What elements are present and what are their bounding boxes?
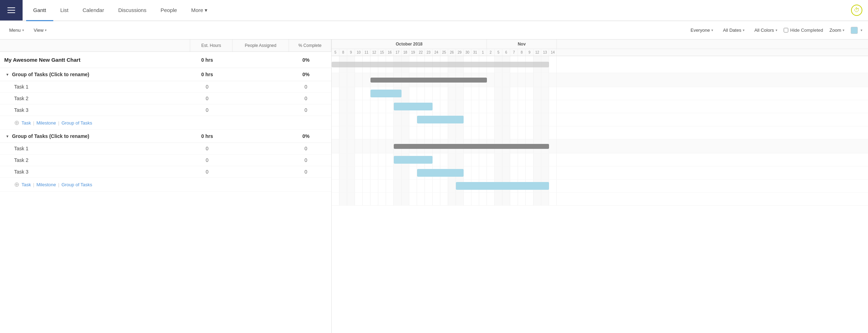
col-est-hours: Est. Hours	[190, 40, 233, 52]
gantt-bar-task-2	[370, 90, 402, 97]
column-headers: Est. Hours People Assigned % Complete	[0, 40, 331, 52]
gantt-bar-task-3	[394, 103, 433, 110]
clock-icon[interactable]: ⏱	[851, 5, 862, 16]
gantt-day-11: 22	[417, 49, 425, 56]
nav-right: ⏱	[851, 0, 868, 20]
task-3-est-hours: 0	[186, 107, 228, 113]
group-2-collapse-icon[interactable]: ▼	[6, 134, 9, 138]
task-2-name[interactable]: Task 2	[14, 96, 186, 101]
gantt-day-0: 5	[332, 49, 339, 56]
gantt-day-9: 18	[402, 49, 409, 56]
everyone-button[interactable]: Everyone ▾	[687, 25, 717, 35]
add-milestone-link-2[interactable]: Milestone	[36, 182, 56, 187]
add-task-link-2[interactable]: Task	[22, 182, 31, 187]
gantt-day-6: 15	[378, 49, 386, 56]
separator-1a: |	[33, 120, 34, 126]
gantt-row-1	[332, 73, 868, 87]
add-group-link-2[interactable]: Group of Tasks	[61, 182, 92, 187]
g2-task-1-pct: 0	[285, 146, 327, 151]
view-label: View	[34, 28, 44, 33]
tab-list[interactable]: List	[53, 0, 76, 21]
hamburger-button[interactable]	[0, 0, 23, 20]
gantt-row-5	[332, 126, 868, 139]
gantt-day-23: 7	[510, 49, 518, 56]
gantt-month-row: October 2018Nov	[332, 40, 868, 49]
group-2-name-container: ▼ Group of Tasks (Click to rename)	[6, 133, 186, 139]
gantt-day-25: 9	[526, 49, 534, 56]
gantt-day-8: 17	[394, 49, 402, 56]
group-1-task-1-row: Task 1 0 0	[0, 81, 331, 93]
all-colors-button[interactable]: All Colors ▾	[751, 25, 781, 35]
gantt-bar-task-8	[417, 169, 464, 177]
view-button[interactable]: View ▾	[30, 25, 50, 35]
add-plus-icon-1[interactable]: ⊕	[14, 119, 19, 127]
gantt-day-27: 13	[541, 49, 549, 56]
gantt-day-18: 31	[471, 49, 479, 56]
colors-chevron-icon: ▾	[776, 28, 777, 32]
task-1-name[interactable]: Task 1	[14, 84, 186, 90]
group-2-est-hours: 0 hrs	[186, 133, 228, 139]
gantt-row-10	[332, 193, 868, 206]
gantt-days-row: 5891011121516171819222324252629303112567…	[332, 49, 868, 56]
gantt-day-24: 8	[518, 49, 526, 56]
col-pct-complete: % Complete	[289, 40, 331, 52]
gantt-panel: October 2018Nov5891011121516171819222324…	[332, 40, 868, 333]
menu-label: Menu	[9, 28, 21, 33]
color-swatch[interactable]	[851, 27, 858, 34]
col-people-assigned: People Assigned	[233, 40, 289, 52]
gantt-day-4: 11	[363, 49, 370, 56]
menu-chevron-icon: ▾	[22, 28, 24, 32]
menu-button[interactable]: Menu ▾	[6, 25, 28, 35]
tab-calendar[interactable]: Calendar	[76, 0, 111, 21]
month-november: Nov	[487, 40, 557, 49]
add-task-link-1[interactable]: Task	[22, 120, 31, 126]
task-3-name[interactable]: Task 3	[14, 107, 186, 113]
group-1-task-3-row: Task 3 0 0	[0, 104, 331, 116]
tab-discussions[interactable]: Discussions	[111, 0, 153, 21]
task-2-est-hours: 0	[186, 96, 228, 101]
tab-gantt[interactable]: Gantt	[26, 0, 53, 21]
task-1-pct: 0	[285, 84, 327, 90]
zoom-button[interactable]: Zoom ▾	[826, 25, 848, 35]
top-nav: Gantt List Calendar Discussions People M…	[0, 0, 868, 21]
gantt-header: October 2018Nov5891011121516171819222324…	[332, 40, 868, 56]
view-chevron-icon: ▾	[45, 28, 47, 32]
separator-1b: |	[58, 120, 59, 126]
g2-task-3-pct: 0	[285, 169, 327, 175]
hide-completed-checkbox[interactable]	[784, 28, 788, 32]
add-group-link-1[interactable]: Group of Tasks	[61, 120, 92, 126]
nav-tabs: Gantt List Calendar Discussions People M…	[23, 0, 851, 20]
g2-task-3-name[interactable]: Task 3	[14, 169, 186, 175]
gantt-day-14: 25	[440, 49, 448, 56]
gantt-day-22: 6	[502, 49, 510, 56]
group-row-1: ▼ Group of Tasks (Click to rename) 0 hrs…	[0, 68, 331, 81]
tab-people[interactable]: People	[153, 0, 184, 21]
gantt-row-4	[332, 113, 868, 126]
add-plus-icon-2[interactable]: ⊕	[14, 181, 19, 188]
group-1-collapse-icon[interactable]: ▼	[6, 73, 9, 77]
dates-chevron-icon: ▾	[743, 28, 745, 32]
project-row: My Awesome New Gantt Chart 0 hrs 0%	[0, 52, 331, 68]
group-2-name: Group of Tasks (Click to rename)	[12, 133, 89, 139]
g2-task-2-name[interactable]: Task 2	[14, 157, 186, 163]
all-dates-button[interactable]: All Dates ▾	[719, 25, 748, 35]
group-1-pct-complete: 0%	[285, 72, 327, 77]
group-2-task-2-row: Task 2 0 0	[0, 155, 331, 166]
gantt-row-2	[332, 87, 868, 100]
tab-more[interactable]: More ▾	[184, 0, 215, 21]
separator-2b: |	[58, 182, 59, 187]
zoom-label: Zoom	[830, 28, 841, 33]
g2-task-2-pct: 0	[285, 157, 327, 163]
left-panel: Est. Hours People Assigned % Complete My…	[0, 40, 332, 333]
separator-2a: |	[33, 182, 34, 187]
zoom-chevron-icon: ▾	[843, 28, 844, 32]
hide-completed-toggle[interactable]: Hide Completed	[784, 28, 823, 33]
group-1-task-2-row: Task 2 0 0	[0, 93, 331, 104]
gantt-row-7	[332, 153, 868, 166]
gantt-day-26: 12	[534, 49, 541, 56]
add-milestone-link-1[interactable]: Milestone	[36, 120, 56, 126]
everyone-chevron-icon: ▾	[711, 28, 713, 32]
g2-task-1-name[interactable]: Task 1	[14, 146, 186, 151]
hamburger-icon	[7, 7, 15, 13]
project-pct-complete: 0%	[285, 57, 327, 63]
